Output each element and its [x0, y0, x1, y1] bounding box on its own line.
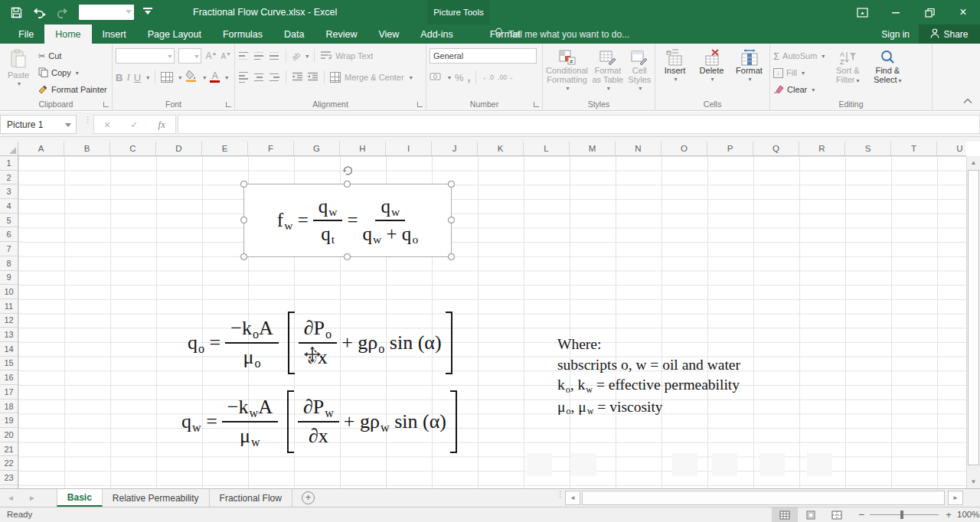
align-left-icon[interactable]: [238, 70, 250, 83]
row-header[interactable]: 14: [0, 342, 18, 357]
tab-data[interactable]: Data: [273, 24, 315, 44]
column-header[interactable]: M: [570, 142, 616, 155]
row-header[interactable]: 8: [0, 256, 18, 271]
column-header[interactable]: C: [110, 142, 156, 155]
increase-indent-icon[interactable]: [307, 70, 318, 84]
conditional-formatting-button[interactable]: ≠ Conditional Formatting ▾: [546, 47, 588, 97]
enter-icon[interactable]: ✓: [130, 119, 138, 130]
clear-button[interactable]: Clear▾: [773, 82, 825, 97]
vertical-scrollbar-thumb[interactable]: [968, 170, 979, 465]
cut-button[interactable]: ✂Cut: [38, 48, 107, 64]
customize-qat-icon[interactable]: [143, 8, 152, 17]
fill-color-icon[interactable]: [185, 70, 198, 85]
select-all-corner[interactable]: [0, 142, 18, 156]
autosum-button[interactable]: ΣAutoSum▾: [773, 48, 825, 64]
equation-legend[interactable]: Where:subscripts o, w = oil and waterko,…: [557, 334, 740, 419]
cell-styles-button[interactable]: Cell Styles ▾: [628, 47, 652, 97]
tell-me-box[interactable]: Tell me what you want to do...: [495, 24, 629, 44]
resize-handle-top-right[interactable]: [448, 181, 455, 188]
column-header[interactable]: J: [432, 142, 478, 155]
tab-formulas[interactable]: Formulas: [212, 24, 273, 44]
worksheet-cells[interactable]: fw =qwqt=qwqw + qo qo =−koAμo∂Po∂x+ gρo …: [18, 156, 966, 488]
collapse-ribbon-icon[interactable]: [963, 93, 972, 107]
insert-function-icon[interactable]: fx: [158, 119, 165, 131]
column-header[interactable]: T: [891, 142, 937, 155]
insert-cells-button[interactable]: Insert ▾: [659, 47, 691, 97]
row-header[interactable]: 21: [0, 442, 18, 457]
row-header[interactable]: 6: [0, 227, 18, 242]
column-header[interactable]: F: [248, 142, 294, 155]
format-cells-button[interactable]: Format ▾: [733, 47, 766, 97]
column-header[interactable]: H: [340, 142, 386, 155]
align-bottom-icon[interactable]: [269, 51, 280, 61]
undo-icon[interactable]: [31, 7, 47, 18]
save-icon[interactable]: [11, 7, 22, 18]
column-header[interactable]: S: [845, 142, 891, 155]
vertical-scrollbar[interactable]: ▲ ▼: [966, 156, 980, 488]
row-header[interactable]: 19: [0, 413, 18, 428]
column-header[interactable]: O: [662, 142, 707, 155]
align-middle-icon[interactable]: [253, 51, 265, 61]
row-header[interactable]: 10: [0, 285, 18, 299]
wrap-text-button[interactable]: Wrap Text: [335, 51, 373, 60]
row-header[interactable]: 23: [0, 471, 18, 485]
selected-picture[interactable]: fw =qwqt=qwqw + qo: [243, 184, 452, 257]
column-header[interactable]: D: [156, 142, 202, 155]
column-header[interactable]: I: [386, 142, 432, 155]
clipboard-dialog-launcher-icon[interactable]: [103, 102, 109, 107]
sheet-tab-relative-permeability[interactable]: Relative Permeability: [103, 489, 210, 507]
column-header[interactable]: U: [937, 142, 966, 155]
align-right-icon[interactable]: [269, 73, 280, 83]
sheet-nav-right-icon[interactable]: ►: [21, 489, 43, 507]
rotate-handle-icon[interactable]: [341, 163, 354, 180]
ribbon-display-options-button[interactable]: [845, 0, 879, 24]
align-center-icon[interactable]: [253, 73, 265, 83]
row-header[interactable]: 1: [0, 156, 18, 171]
resize-handle-bottom-left[interactable]: [240, 253, 247, 260]
grow-font-icon[interactable]: A▲: [205, 51, 217, 61]
column-header[interactable]: B: [64, 142, 110, 155]
decrease-indent-icon[interactable]: [292, 70, 303, 84]
sort-filter-button[interactable]: AZ Sort & Filter▾: [831, 47, 864, 97]
row-header[interactable]: 5: [0, 214, 18, 228]
sheet-tab-fractional-flow[interactable]: Fractional Flow: [210, 489, 292, 507]
minimize-button[interactable]: [879, 0, 913, 24]
formula-input[interactable]: [178, 115, 980, 134]
row-header[interactable]: 16: [0, 370, 18, 385]
zoom-in-button[interactable]: +: [943, 509, 954, 520]
row-header[interactable]: 13: [0, 328, 18, 342]
align-top-icon[interactable]: [238, 51, 250, 61]
column-header[interactable]: E: [202, 142, 248, 155]
font-dialog-launcher-icon[interactable]: [226, 102, 231, 107]
alignment-dialog-launcher-icon[interactable]: [417, 102, 423, 107]
column-header[interactable]: Q: [753, 142, 799, 155]
row-header[interactable]: 11: [0, 299, 18, 314]
delete-cells-button[interactable]: Delete ▾: [696, 47, 728, 97]
tab-splitter-handle[interactable]: ⋮: [557, 493, 564, 497]
tab-home[interactable]: Home: [44, 24, 91, 44]
resize-handle-top[interactable]: [344, 181, 351, 188]
bold-button[interactable]: B: [116, 72, 122, 83]
underline-button[interactable]: U: [134, 72, 141, 83]
number-dialog-launcher-icon[interactable]: [534, 102, 539, 107]
horizontal-scrollbar-thumb[interactable]: [582, 491, 945, 505]
tab-file[interactable]: File: [8, 24, 44, 44]
sheet-nav-left-icon[interactable]: ◄: [0, 489, 21, 507]
fill-button[interactable]: ↓Fill▾: [773, 65, 825, 80]
find-select-button[interactable]: Find & Select▾: [871, 47, 904, 97]
resize-handle-right[interactable]: [448, 217, 455, 223]
normal-view-icon[interactable]: [772, 507, 798, 522]
redo-icon[interactable]: [56, 7, 70, 18]
resize-handle-top-left[interactable]: [240, 181, 247, 188]
resize-handle-left[interactable]: [240, 217, 247, 223]
copy-button[interactable]: Copy▾: [38, 65, 107, 80]
water-flow-equation[interactable]: qw =−kwAμw∂Pw∂x+ gρw sin (α): [179, 390, 457, 453]
row-header[interactable]: 15: [0, 357, 18, 371]
row-header[interactable]: 4: [0, 199, 18, 214]
italic-button[interactable]: I: [126, 71, 129, 83]
row-header[interactable]: 20: [0, 428, 18, 442]
tab-view[interactable]: View: [368, 24, 410, 44]
paste-button[interactable]: Paste ▾: [3, 47, 34, 97]
row-header[interactable]: 7: [0, 242, 18, 256]
format-as-table-button[interactable]: Format as Table ▾: [591, 47, 625, 97]
